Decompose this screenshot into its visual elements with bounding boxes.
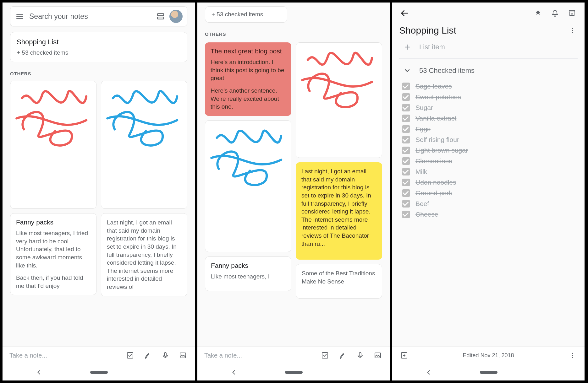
drawing-note-blue[interactable] [205, 120, 291, 252]
checkbox-checked-icon[interactable] [402, 93, 410, 101]
image-icon[interactable] [373, 350, 383, 360]
checked-item[interactable]: Self rising flour [402, 136, 578, 143]
checklist-icon[interactable] [320, 350, 330, 360]
checkbox-checked-icon[interactable] [402, 157, 410, 165]
home-pill[interactable] [90, 371, 108, 374]
screen-notes-list: Search your notes Shopping List + 53 che… [3, 3, 195, 380]
pinned-subline: + 53 checked items [17, 49, 181, 56]
system-nav [3, 364, 195, 380]
checkbox-checked-icon[interactable] [402, 200, 410, 208]
layout-toggle-icon[interactable] [156, 11, 166, 21]
checked-item-label: Sage leaves [415, 83, 452, 90]
back-arrow-icon[interactable] [400, 8, 410, 18]
pinned-note-card[interactable]: Shopping List + 53 checked items [10, 32, 187, 62]
checkbox-checked-icon[interactable] [402, 179, 410, 186]
screen-note-detail: Shopping List List item 53 Checked items… [392, 3, 585, 380]
home-pill[interactable] [480, 371, 497, 374]
note-card-fanny[interactable]: Fanny packs Like most teenagers, I tried… [10, 213, 96, 295]
checked-count: 53 Checked items [419, 67, 578, 75]
checked-item-label: Light brown sugar [415, 147, 468, 154]
checked-item[interactable]: Sage leaves [402, 83, 578, 90]
bottom-bar: Take a note... [3, 346, 195, 364]
note-title: The next great blog post [211, 47, 286, 55]
checked-item[interactable]: Clementines [402, 157, 578, 165]
checked-item[interactable]: Milk [402, 168, 578, 175]
checked-item[interactable]: Eggs [402, 125, 578, 133]
checked-item[interactable]: Beef [402, 200, 578, 208]
checked-item-label: Sweet potatoes [415, 93, 461, 101]
note-card-traditions[interactable]: Some of the Best Traditions Make No Sens… [296, 264, 382, 299]
search-placeholder: Search your notes [25, 12, 156, 21]
pin-icon[interactable] [533, 8, 543, 18]
back-icon[interactable] [424, 367, 434, 377]
note-card-domain[interactable]: Last night, I got an email that said my … [296, 162, 382, 260]
svg-point-11 [572, 32, 573, 33]
note-body: Like most teenagers, I [211, 272, 285, 281]
checked-item-label: Milk [415, 168, 427, 175]
drawing-note-red[interactable] [296, 42, 382, 158]
avatar[interactable] [169, 10, 183, 23]
drawing-note-blue[interactable] [101, 81, 187, 209]
draw-icon[interactable] [143, 350, 153, 360]
checked-item-label: Sugar [415, 104, 433, 111]
checklist-icon[interactable] [125, 350, 135, 360]
note-card-fanny[interactable]: Fanny packs Like most teenagers, I [205, 256, 291, 291]
checked-item[interactable]: Ground pork [402, 189, 578, 197]
more-vert-icon[interactable] [568, 25, 578, 35]
note-body: Like most teenagers, I tried very hard t… [16, 229, 91, 290]
checked-item[interactable]: Sweet potatoes [402, 93, 578, 101]
back-icon[interactable] [229, 367, 239, 377]
archive-icon[interactable] [567, 8, 577, 18]
checkbox-checked-icon[interactable] [402, 211, 410, 218]
add-list-item[interactable]: List item [399, 36, 578, 59]
checkbox-checked-icon[interactable] [402, 189, 410, 197]
search-bar[interactable]: Search your notes [10, 6, 187, 26]
svg-rect-8 [569, 11, 575, 12]
svg-rect-6 [359, 353, 361, 356]
reminder-icon[interactable] [550, 8, 560, 18]
svg-point-14 [572, 355, 573, 356]
note-body: Here's an introduction. I think this pos… [211, 58, 286, 111]
system-nav [197, 364, 390, 380]
system-nav [392, 364, 585, 380]
draw-icon[interactable] [338, 350, 348, 360]
detail-title[interactable]: Shopping List [399, 25, 456, 36]
detail-bottom-bar: Edited Nov 21, 2018 [392, 346, 585, 364]
note-title: Fanny packs [16, 218, 91, 226]
take-note-input[interactable]: Take a note... [9, 352, 118, 359]
mic-icon[interactable] [160, 350, 170, 360]
back-icon[interactable] [34, 367, 44, 377]
checkbox-checked-icon[interactable] [402, 115, 410, 122]
mic-icon[interactable] [355, 350, 365, 360]
detail-toolbar [399, 6, 578, 22]
checkbox-checked-icon[interactable] [402, 168, 410, 175]
checked-toggle[interactable]: 53 Checked items [399, 59, 578, 83]
note-card-domain[interactable]: Last night, I got an email that said my … [101, 213, 187, 296]
more-vert-icon[interactable] [568, 350, 578, 360]
checkbox-checked-icon[interactable] [402, 147, 410, 154]
pinned-note-chip[interactable]: + 53 checked items [205, 6, 287, 23]
checkbox-checked-icon[interactable] [402, 104, 410, 111]
checked-item[interactable]: Light brown sugar [402, 147, 578, 154]
note-title: Fanny packs [211, 262, 285, 269]
svg-rect-0 [157, 13, 164, 16]
note-body: Some of the Best Traditions Make No Sens… [302, 269, 376, 285]
menu-icon[interactable] [15, 11, 25, 21]
checked-item[interactable]: Udon noodles [402, 179, 578, 186]
add-box-icon[interactable] [399, 350, 409, 360]
home-pill[interactable] [285, 371, 303, 374]
checkbox-checked-icon[interactable] [402, 136, 410, 143]
chevron-down-icon [402, 66, 412, 76]
svg-point-10 [572, 30, 573, 31]
image-icon[interactable] [178, 350, 188, 360]
checked-item[interactable]: Vanilla extract [402, 115, 578, 122]
note-card-blog[interactable]: The next great blog post Here's an intro… [205, 42, 291, 116]
svg-point-15 [572, 357, 573, 358]
drawing-note-red[interactable] [10, 81, 96, 209]
checkbox-checked-icon[interactable] [402, 125, 410, 133]
checkbox-checked-icon[interactable] [402, 83, 410, 90]
checked-item-label: Cheese [415, 211, 438, 218]
checked-item[interactable]: Cheese [402, 211, 578, 218]
checked-item[interactable]: Sugar [402, 104, 578, 111]
take-note-input[interactable]: Take a note... [204, 352, 312, 359]
